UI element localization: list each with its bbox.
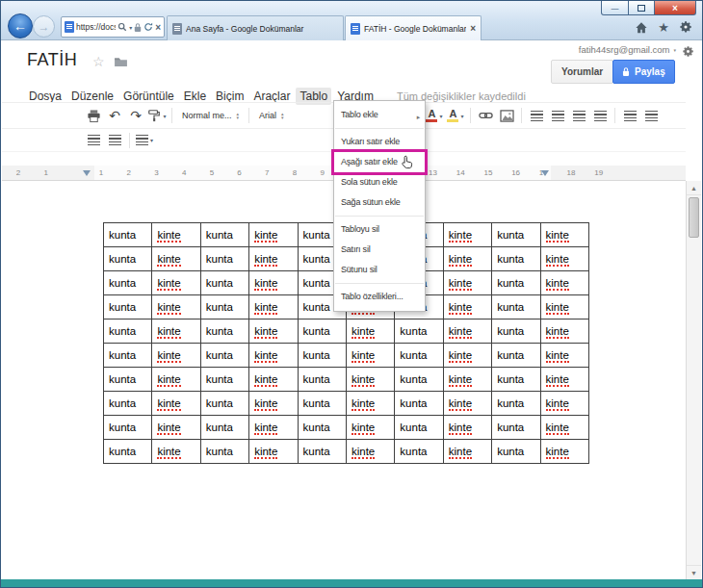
table-cell[interactable]: kinte [540,295,588,320]
search-icon[interactable] [117,22,127,32]
share-button[interactable]: Paylaş [612,60,675,84]
stop-icon[interactable]: × [155,22,161,33]
table-cell[interactable]: kinte [540,344,588,368]
table-cell[interactable]: kunta [104,392,152,416]
table-cell[interactable]: kunta [492,247,540,271]
document-title[interactable]: FATİH [27,50,77,70]
scroll-up-icon[interactable]: ▲ [687,181,701,195]
table-cell[interactable]: kunta [492,320,540,344]
font-selector[interactable]: Arial ▴▾ [253,111,290,120]
tab-fatih[interactable]: FATİH - Google Dokümanlar × [345,15,482,40]
table-cell[interactable]: kinte [443,271,491,295]
table-cell[interactable]: kunta [104,247,152,271]
table-cell[interactable]: kunta [492,223,540,247]
scrollbar[interactable]: ▲ ▼ [686,181,701,579]
scrollbar-thumb[interactable] [689,197,699,238]
forward-button[interactable]: → [33,15,55,38]
comments-button[interactable]: Yorumlar [551,60,613,84]
refresh-icon[interactable] [143,22,153,32]
table-cell[interactable]: kunta [298,416,346,440]
table-cell[interactable]: kinte [540,368,588,392]
table-cell[interactable]: kunta [395,344,443,368]
highlight-color-button[interactable]: A▾ [445,106,466,125]
table-cell[interactable]: kinte [443,344,491,368]
star-document-icon[interactable]: ☆ [92,54,105,69]
table-cell[interactable]: kunta [104,368,152,392]
menu-item-insert-row-above[interactable]: Yukarı satır ekle [334,132,425,152]
numbered-list-button[interactable] [526,106,547,125]
print-button[interactable] [83,106,104,125]
table-cell[interactable]: kinte [152,392,200,416]
table-cell[interactable]: kinte [152,368,200,392]
table-cell[interactable]: kunta [200,392,248,416]
table-cell[interactable]: kunta [104,223,152,247]
table-cell[interactable]: kinte [443,440,491,464]
address-bar[interactable]: https://docs.goo... ▾ × [61,16,165,38]
table-cell[interactable]: kinte [152,344,200,368]
tab-close-icon[interactable]: × [470,23,476,34]
menu-item-insert-column-right[interactable]: Sağa sütun ekle [334,192,425,213]
table-cell[interactable]: kunta [395,416,443,440]
table-cell[interactable]: kinte [540,392,588,416]
table-cell[interactable]: kunta [492,440,540,464]
table-cell[interactable]: kinte [152,440,200,464]
table-cell[interactable]: kunta [104,295,152,320]
table-cell[interactable]: kunta [298,368,346,392]
maximize-button[interactable] [629,1,655,15]
table-cell[interactable]: kinte [540,320,588,344]
table-cell[interactable]: kinte [249,344,298,368]
insert-link-button[interactable] [475,106,496,125]
table-cell[interactable]: kunta [104,440,152,464]
back-button[interactable]: ← [8,13,33,38]
table-cell[interactable]: kunta [492,295,540,320]
table-cell[interactable]: kunta [200,344,248,368]
table-cell[interactable]: kunta [395,320,443,344]
table-cell[interactable]: kinte [346,440,394,464]
table-cell[interactable]: kunta [492,344,540,368]
scroll-down-icon[interactable]: ▼ [687,565,701,579]
table-cell[interactable]: kunta [104,416,152,440]
menu-item-delete-row[interactable]: Satırı sil [334,240,425,260]
menu-item-insert-row-below[interactable]: Aşağı satır ekle [334,152,425,172]
table-cell[interactable]: kunta [492,416,540,440]
menu-item-insert-table[interactable]: Tablo ekle▸ [334,105,425,125]
table-cell[interactable]: kinte [443,368,491,392]
align-right-button[interactable] [83,131,104,150]
table-cell[interactable]: kinte [152,295,200,320]
table-cell[interactable]: kunta [200,416,248,440]
table-cell[interactable]: kinte [443,392,491,416]
table-cell[interactable]: kunta [492,392,540,416]
paint-format-button[interactable]: ▾ [146,106,168,125]
table-cell[interactable]: kunta [200,247,248,271]
table-cell[interactable]: kunta [200,295,248,320]
menu-item-delete-table[interactable]: Tabloyu sil [334,219,425,240]
table-cell[interactable]: kunta [298,440,346,464]
table-cell[interactable]: kinte [540,271,588,295]
minimize-button[interactable]: — [601,1,629,15]
style-selector[interactable]: Normal me... ▴▾ [176,111,245,120]
increase-indent-button[interactable] [589,106,611,125]
table-cell[interactable]: kunta [104,320,152,344]
table-cell[interactable]: kinte [346,416,394,440]
text-color-button[interactable]: A▾ [424,106,445,125]
folder-icon[interactable] [114,57,128,67]
table-cell[interactable]: kunta [492,271,540,295]
insert-image-button[interactable] [496,106,517,125]
close-window-button[interactable]: × [655,1,696,15]
table-cell[interactable]: kinte [249,295,298,320]
left-margin-marker[interactable] [83,170,91,176]
table-cell[interactable]: kinte [249,440,298,464]
menu-item-table-properties[interactable]: Tablo özellikleri... [334,287,425,307]
table-cell[interactable]: kinte [346,320,394,344]
table-cell[interactable]: kunta [200,271,248,295]
table-cell[interactable]: kinte [346,344,394,368]
table-cell[interactable]: kinte [249,392,298,416]
table-cell[interactable]: kunta [200,368,248,392]
table-cell[interactable]: kunta [298,320,346,344]
table-cell[interactable]: kunta [200,320,248,344]
align-center-button[interactable] [640,106,662,125]
address-dropdown-caret-icon[interactable]: ▾ [129,24,132,31]
table-cell[interactable]: kunta [200,440,248,464]
bulleted-list-button[interactable] [547,106,568,125]
favorites-star-icon[interactable]: ★ [658,21,669,34]
